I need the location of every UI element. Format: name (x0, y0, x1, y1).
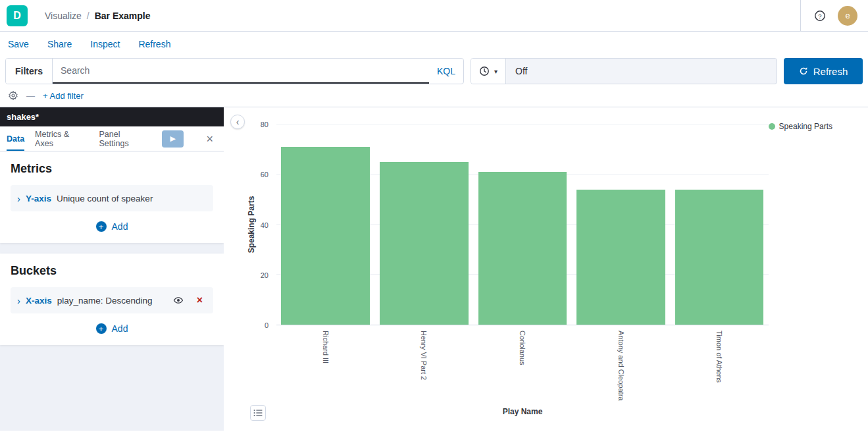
refresh-menu-button[interactable]: Refresh (138, 39, 170, 49)
x-tick-label: Timon of Athens (715, 331, 723, 383)
remove-bucket-icon[interactable]: × (193, 294, 207, 306)
search-input-wrap (53, 59, 429, 84)
add-bucket-button[interactable]: + Add (11, 323, 213, 335)
add-metric-button[interactable]: + Add (11, 221, 213, 232)
avatar[interactable]: e (838, 6, 857, 26)
search-input[interactable] (53, 65, 429, 76)
y-tick-label: 0 (265, 321, 268, 329)
tab-data[interactable]: Data (7, 126, 24, 151)
main-area: shakes* Data Metrics & Axes Panel Settin… (0, 107, 868, 431)
y-tick-label: 20 (261, 271, 268, 279)
eye-toggle-icon[interactable] (173, 295, 184, 306)
bars (276, 124, 769, 325)
filters-button[interactable]: Filters (6, 59, 53, 84)
chevron-right-icon: › (17, 193, 20, 204)
help-icon[interactable]: ? (814, 10, 826, 22)
kql-toggle[interactable]: KQL (429, 59, 463, 84)
add-bucket-label: Add (112, 323, 128, 334)
save-button[interactable]: Save (8, 39, 29, 49)
breadcrumb: Visualize / Bar Example (45, 11, 151, 21)
chevron-down-icon: ▾ (494, 68, 498, 75)
add-filter-row: — + Add filter (5, 84, 863, 107)
metrics-card: Metrics › Y-axis Unique count of speaker… (0, 151, 224, 243)
bar-0[interactable] (281, 147, 370, 325)
menu-bar: Save Share Inspect Refresh (0, 32, 868, 57)
play-icon: ▶ (170, 134, 175, 143)
plus-icon: + (96, 323, 107, 334)
refresh-button-label: Refresh (813, 66, 848, 77)
list-icon (253, 409, 263, 417)
buckets-card: Buckets › X-axis play_name: Descending ×… (0, 254, 224, 345)
bucket-row-x-axis[interactable]: › X-axis play_name: Descending × (11, 287, 213, 313)
inspect-button[interactable]: Inspect (90, 39, 120, 49)
topbar-right-section: ? e (800, 0, 861, 32)
metric-prefix: Y-axis (26, 194, 51, 203)
share-button[interactable]: Share (47, 39, 72, 49)
top-bar: D Visualize / Bar Example ? e (0, 0, 868, 32)
bar-band (375, 124, 474, 325)
vis-editor-sidebar: shakes* Data Metrics & Axes Panel Settin… (0, 107, 224, 431)
chart-pane: ‹ Speaking Parts Speaking Parts 02040608… (224, 107, 868, 431)
tab-panel-settings[interactable]: Panel Settings (99, 126, 151, 151)
x-tick-label: Coriolanus (519, 331, 526, 365)
app-logo[interactable]: D (7, 5, 28, 26)
breadcrumb-page-title: Bar Example (95, 11, 151, 21)
legend-toggle-button[interactable] (250, 405, 266, 421)
collapse-sidebar-button[interactable]: ‹ (230, 115, 245, 129)
legend-label: Speaking Parts (779, 122, 832, 131)
gear-icon[interactable] (8, 90, 18, 101)
refresh-button[interactable]: Refresh (784, 58, 863, 84)
breadcrumb-separator: / (87, 11, 89, 21)
bar-1[interactable] (380, 162, 469, 325)
bucket-prefix: X-axis (26, 296, 52, 306)
search-bar-row: Filters KQL ▾ Off Refresh (5, 58, 863, 84)
search-group: Filters KQL (5, 58, 464, 84)
bar-band (572, 124, 671, 325)
legend-swatch (769, 123, 775, 130)
plot-area (276, 124, 769, 325)
bar-2[interactable] (478, 172, 567, 325)
time-picker-group: ▾ Off (471, 58, 777, 84)
tab-metrics-axes[interactable]: Metrics & Axes (35, 126, 88, 151)
y-tick-labels: 020406080 (247, 124, 271, 325)
y-tick-label: 60 (261, 171, 268, 178)
chart-legend[interactable]: Speaking Parts (769, 122, 832, 131)
sidebar-body: Metrics › Y-axis Unique count of speaker… (0, 151, 224, 431)
apply-changes-button[interactable]: ▶ (162, 130, 184, 148)
x-tick-cell: Richard III (276, 331, 375, 400)
y-tick-label: 40 (261, 221, 268, 229)
refresh-interval-value[interactable]: Off (506, 59, 536, 84)
sidebar-tabs: Data Metrics & Axes Panel Settings ▶ × (0, 126, 224, 151)
bar-3[interactable] (576, 190, 665, 325)
x-tick-labels: Richard IIIHenry VI Part 2CoriolanusAnto… (276, 331, 769, 400)
breadcrumb-section[interactable]: Visualize (45, 11, 82, 21)
index-pattern-header: shakes* (0, 107, 224, 126)
add-metric-label: Add (112, 221, 128, 232)
metric-row-y-axis[interactable]: › Y-axis Unique count of speaker (11, 185, 213, 211)
bar-band (276, 124, 375, 325)
bar-band (670, 124, 769, 325)
x-axis-title: Play Name (276, 407, 769, 416)
add-filter-link[interactable]: + Add filter (43, 91, 84, 101)
refresh-interval-button[interactable]: ▾ (471, 59, 506, 84)
metrics-heading: Metrics (11, 162, 213, 176)
filter-divider-dash: — (26, 91, 35, 101)
metric-description: Unique count of speaker (57, 194, 153, 203)
x-tick-label: Richard III (322, 331, 330, 364)
bar-4[interactable] (675, 190, 764, 325)
clock-icon (479, 66, 490, 76)
filter-section: Filters KQL ▾ Off Refresh — + (0, 57, 868, 107)
close-icon[interactable]: × (202, 132, 217, 146)
chevron-right-icon: › (17, 295, 20, 306)
x-tick-cell: Timon of Athens (670, 331, 769, 400)
y-tick-label: 80 (261, 121, 268, 128)
refresh-icon (799, 67, 808, 76)
x-tick-cell: Antony and Cleopatra (572, 331, 671, 400)
x-tick-cell: Henry VI Part 2 (375, 331, 474, 400)
x-tick-label: Henry VI Part 2 (420, 331, 428, 380)
bucket-description: play_name: Descending (57, 296, 153, 306)
buckets-heading: Buckets (11, 264, 213, 278)
bar-band (473, 124, 572, 325)
plus-icon: + (96, 221, 107, 232)
bucket-row-actions: × (173, 294, 207, 306)
